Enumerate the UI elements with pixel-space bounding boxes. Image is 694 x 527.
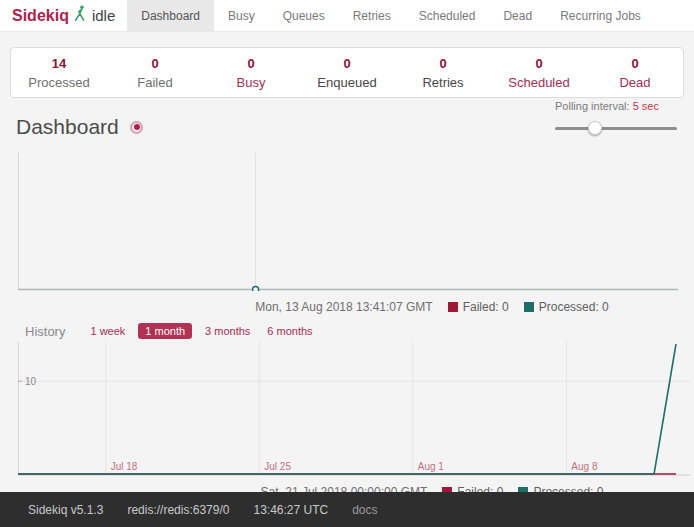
tab-retries[interactable]: Retries: [339, 0, 405, 31]
summary-stats-bar: 14 Processed 0 Failed 0 Busy 0 Enqueued …: [10, 47, 684, 98]
stat-scheduled-label[interactable]: Scheduled: [491, 75, 587, 90]
stat-busy-value: 0: [203, 56, 299, 71]
polling-label: Polling interval: 5 sec: [555, 100, 677, 112]
history-header: History 1 week 1 month 3 months 6 months: [25, 323, 678, 339]
stat-failed-label: Failed: [107, 75, 203, 90]
range-1-week[interactable]: 1 week: [86, 323, 129, 339]
stat-enqueued-label: Enqueued: [299, 75, 395, 90]
footer-clock: 13:46:27 UTC: [253, 503, 328, 517]
svg-text:10: 10: [25, 376, 37, 387]
svg-text:Aug 8: Aug 8: [571, 461, 598, 472]
svg-text:Aug 1: Aug 1: [418, 461, 445, 472]
brand[interactable]: Sidekiq idle: [0, 0, 127, 31]
tab-recurring-jobs[interactable]: Recurring Jobs: [546, 0, 655, 31]
status-text: idle: [92, 7, 115, 24]
tab-busy[interactable]: Busy: [214, 0, 269, 31]
tab-queues[interactable]: Queues: [269, 0, 339, 31]
tab-dashboard[interactable]: Dashboard: [127, 0, 214, 31]
stat-failed-value: 0: [107, 56, 203, 71]
nav-tabs: Dashboard Busy Queues Retries Scheduled …: [127, 0, 655, 31]
range-6-months[interactable]: 6 months: [263, 323, 316, 339]
footer-docs-link[interactable]: docs: [352, 503, 377, 517]
live-beacon-icon: [130, 121, 143, 134]
polling-control: Polling interval: 5 sec: [555, 100, 677, 135]
stat-retries-label[interactable]: Retries: [395, 75, 491, 90]
tab-dead[interactable]: Dead: [489, 0, 546, 31]
svg-text:Jul 18: Jul 18: [111, 461, 138, 472]
realtime-timestamp: Mon, 13 Aug 2018 13:41:07 GMT: [255, 300, 432, 314]
stat-scheduled[interactable]: 0 Scheduled: [491, 56, 587, 90]
sidekiq-figure-icon: [74, 5, 87, 26]
stat-enqueued: 0 Enqueued: [299, 56, 395, 90]
range-1-month[interactable]: 1 month: [138, 323, 192, 339]
range-3-months[interactable]: 3 months: [201, 323, 254, 339]
processed-swatch-icon: [524, 302, 534, 312]
svg-text:Jul 25: Jul 25: [264, 461, 291, 472]
stat-enqueued-value: 0: [299, 56, 395, 71]
page-title: Dashboard: [16, 115, 119, 138]
history-title: History: [25, 324, 65, 339]
slider-thumb[interactable]: [588, 121, 602, 135]
tab-scheduled[interactable]: Scheduled: [405, 0, 490, 31]
stat-dead[interactable]: 0 Dead: [587, 56, 683, 90]
top-navbar: Sidekiq idle Dashboard Busy Queues Retri…: [0, 0, 694, 32]
stat-busy[interactable]: 0 Busy: [203, 56, 299, 90]
stat-processed-value: 14: [11, 56, 107, 71]
stat-retries[interactable]: 0 Retries: [395, 56, 491, 90]
stat-processed: 14 Processed: [11, 56, 107, 90]
footer-version: Sidekiq v5.1.3: [28, 503, 103, 517]
polling-value: 5 sec: [633, 100, 659, 112]
legend-failed: Failed: 0: [448, 300, 509, 314]
history-chart[interactable]: 10Jul 18Jul 25Aug 1Aug 8: [18, 342, 690, 480]
footer-redis-url: redis://redis:6379/0: [127, 503, 229, 517]
stat-processed-label: Processed: [11, 75, 107, 90]
legend-processed: Processed: 0: [524, 300, 609, 314]
stat-scheduled-value: 0: [491, 56, 587, 71]
footer-bar: Sidekiq v5.1.3 redis://redis:6379/0 13:4…: [0, 492, 694, 527]
stat-dead-label[interactable]: Dead: [587, 75, 683, 90]
failed-swatch-icon: [448, 302, 458, 312]
polling-slider[interactable]: [555, 121, 677, 135]
realtime-legend: Mon, 13 Aug 2018 13:41:07 GMT Failed: 0 …: [0, 299, 694, 314]
slider-track: [555, 127, 677, 130]
stat-retries-value: 0: [395, 56, 491, 71]
realtime-chart[interactable]: [18, 153, 678, 295]
stat-failed: 0 Failed: [107, 56, 203, 90]
stat-busy-label[interactable]: Busy: [203, 75, 299, 90]
brand-title: Sidekiq: [12, 7, 69, 25]
stat-dead-value: 0: [587, 56, 683, 71]
